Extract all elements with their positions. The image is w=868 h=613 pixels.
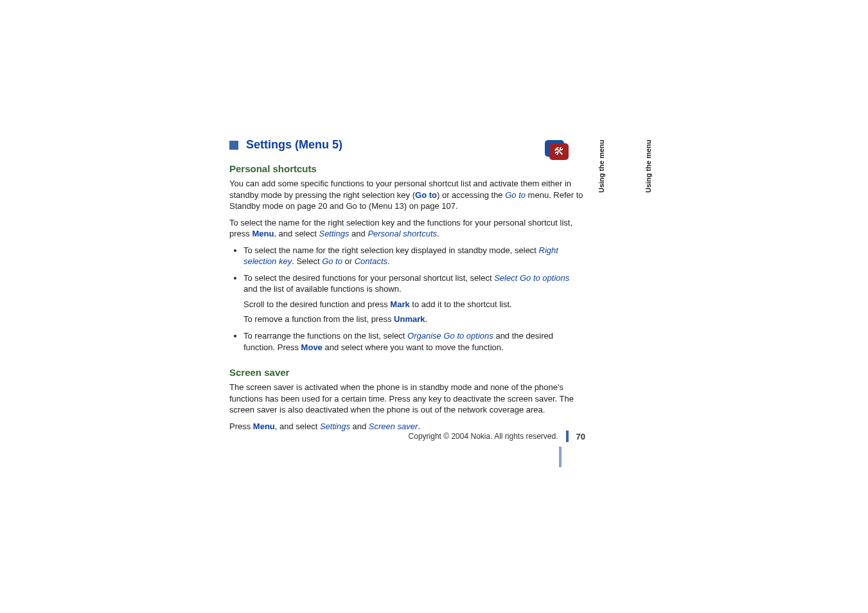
main-heading-row: Settings (Menu 5) bbox=[229, 138, 585, 152]
copyright-text: Copyright © 2004 Nokia. All rights reser… bbox=[409, 432, 558, 441]
footer-divider bbox=[566, 431, 569, 442]
softkey-move: Move bbox=[301, 342, 323, 352]
text: To select the name for the right selecti… bbox=[244, 245, 539, 255]
text: ) or accessing the bbox=[437, 190, 505, 200]
paragraph: The screen saver is activated when the p… bbox=[229, 382, 585, 416]
text: . bbox=[425, 314, 428, 324]
sub-paragraph: Scroll to the desired function and press… bbox=[244, 299, 585, 310]
softkey-menu: Menu bbox=[253, 422, 275, 431]
document-body: Settings (Menu 5) Personal shortcuts You… bbox=[229, 138, 585, 437]
list-item: To select the name for the right selecti… bbox=[244, 245, 585, 267]
text: and select where you want to move the fu… bbox=[323, 342, 504, 352]
text: Scroll to the desired function and press bbox=[244, 299, 390, 309]
softkey-goto: Go to bbox=[415, 190, 437, 200]
text: and the list of available functions is s… bbox=[244, 284, 402, 294]
text: To remove a function from the list, pres… bbox=[244, 314, 394, 324]
paragraph: To select the name for the right selecti… bbox=[229, 217, 585, 240]
text: , and select bbox=[274, 229, 319, 238]
softkey-mark: Mark bbox=[390, 299, 409, 309]
menu-ref-screen-saver: Screen saver bbox=[369, 422, 418, 431]
text: and bbox=[349, 229, 368, 238]
text: , and select bbox=[275, 422, 320, 431]
text: To rearrange the functions on the list, … bbox=[244, 331, 407, 341]
bullet-list: To select the name for the right selecti… bbox=[229, 245, 585, 353]
text: . bbox=[437, 229, 439, 238]
side-section-label: Using the menu bbox=[598, 139, 605, 193]
side-section-label-duplicate: Using the menu bbox=[644, 139, 652, 193]
subheading-personal-shortcuts: Personal shortcuts bbox=[229, 163, 585, 174]
menu-ref-goto: Go to bbox=[322, 256, 342, 266]
text: . bbox=[387, 256, 390, 266]
text: or bbox=[342, 256, 355, 266]
page-footer: Copyright © 2004 Nokia. All rights reser… bbox=[229, 431, 585, 442]
text: and bbox=[350, 422, 369, 431]
menu-ref-organise-goto-options: Organise Go to options bbox=[407, 331, 493, 341]
menu-ref-personal-shortcuts: Personal shortcuts bbox=[368, 229, 437, 238]
menu-ref-goto: Go to bbox=[505, 190, 526, 200]
list-item: To select the desired functions for your… bbox=[244, 272, 585, 325]
main-heading: Settings (Menu 5) bbox=[246, 138, 342, 152]
subheading-screen-saver: Screen saver bbox=[229, 367, 585, 378]
paragraph: You can add some specific functions to y… bbox=[229, 178, 585, 212]
text: Press bbox=[229, 422, 253, 431]
menu-ref-settings: Settings bbox=[319, 229, 349, 238]
square-bullet-icon bbox=[229, 141, 238, 150]
menu-ref-contacts: Contacts bbox=[355, 256, 387, 266]
list-item: To rearrange the functions on the list, … bbox=[244, 330, 585, 353]
menu-ref-select-goto-options: Select Go to options bbox=[494, 273, 569, 283]
footer-mark-icon bbox=[559, 447, 562, 467]
text: To select the desired functions for your… bbox=[244, 273, 494, 283]
text: . Select bbox=[292, 256, 322, 266]
text: to add it to the shortcut list. bbox=[410, 299, 512, 309]
softkey-menu: Menu bbox=[252, 229, 274, 238]
menu-ref-settings: Settings bbox=[320, 422, 350, 431]
text: . bbox=[418, 422, 420, 431]
page-number: 70 bbox=[576, 432, 585, 441]
sub-paragraph: To remove a function from the list, pres… bbox=[244, 314, 585, 325]
softkey-unmark: Unmark bbox=[394, 314, 425, 324]
